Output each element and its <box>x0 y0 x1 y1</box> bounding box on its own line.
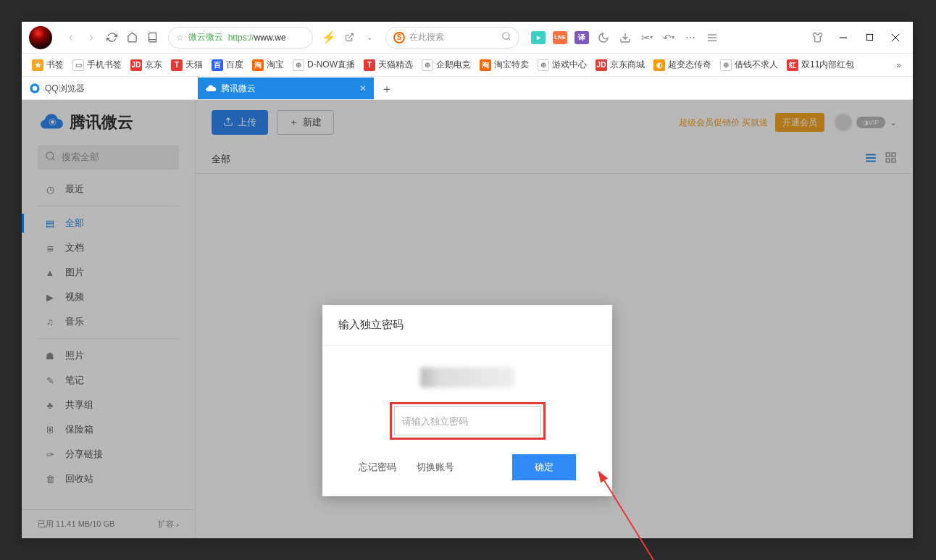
bookmark-label: 游戏中心 <box>552 59 587 71</box>
search-bar[interactable]: S 在此搜索 <box>385 27 519 49</box>
weiyun-icon <box>205 83 217 94</box>
bookmark-item[interactable]: T天猫精选 <box>359 57 417 74</box>
bookmark-icon: 淘 <box>252 59 264 71</box>
dropdown-icon[interactable]: ⌄ <box>359 28 380 48</box>
browser-titlebar: ☆ 微云微云 https:// www.we ⚡ ⌄ S 在此搜索 ▸ LIVE… <box>22 22 913 54</box>
bookmark-item[interactable]: 淘淘宝 <box>248 57 288 74</box>
bookmark-icon: JD <box>596 59 607 71</box>
bookmarks-bar: ★书签▭手机书签JD京东T天猫百百度淘淘宝⊕D-NOW直播T天猫精选⊕企鹅电竞淘… <box>22 54 913 77</box>
modal-title: 输入独立密码 <box>322 305 612 346</box>
flash-icon[interactable]: ⚡ <box>319 28 339 48</box>
search-placeholder: 在此搜索 <box>409 31 444 43</box>
bookmark-item[interactable]: T天猫 <box>167 57 207 74</box>
svg-rect-6 <box>866 34 872 40</box>
sogou-icon: S <box>393 32 405 43</box>
bookmark-item[interactable]: 红双11内部红包 <box>782 57 858 74</box>
bookmark-label: D-NOW直播 <box>307 59 355 71</box>
tab-label: 腾讯微云 <box>221 83 256 95</box>
library-button[interactable] <box>142 28 162 48</box>
bookmark-icon: ⊕ <box>293 59 304 71</box>
bookmark-icon: ◐ <box>653 59 665 71</box>
bookmark-icon: T <box>364 59 375 71</box>
skin-button[interactable] <box>804 28 830 48</box>
modal-user-info <box>420 367 514 388</box>
svg-point-0 <box>503 33 509 39</box>
bookmark-item[interactable]: ◐超变态传奇 <box>649 57 716 74</box>
menu-icon[interactable] <box>702 28 722 48</box>
password-modal: 输入独立密码 忘记密码 切换账号 确定 <box>322 305 612 496</box>
bookmark-icon: ★ <box>32 59 43 71</box>
bookmark-icon: T <box>171 59 183 71</box>
bookmark-label: 手机书签 <box>87 59 122 71</box>
bookmark-label: 天猫 <box>185 59 203 71</box>
input-highlight-annotation <box>390 402 546 440</box>
bookmark-label: 超变态传奇 <box>668 59 711 71</box>
svg-line-1 <box>509 38 511 41</box>
bookmark-item[interactable]: ⊕D-NOW直播 <box>288 57 359 74</box>
bookmark-item[interactable]: ⊕借钱不求人 <box>716 57 782 74</box>
bookmark-item[interactable]: JD京东商城 <box>591 57 649 74</box>
bookmark-label: 借钱不求人 <box>735 59 778 71</box>
new-tab-button[interactable]: ＋ <box>377 79 397 99</box>
tab-strip: QQ浏览器 腾讯微云 ✕ ＋ <box>22 77 913 100</box>
back-button[interactable] <box>61 28 81 48</box>
bookmark-label: 淘宝 <box>267 59 284 71</box>
svg-point-10 <box>33 86 38 91</box>
bookmark-icon: ⊕ <box>538 59 549 71</box>
bookmark-label: 企鹅电竞 <box>436 59 471 71</box>
live-tool-icon[interactable]: LIVE <box>550 28 570 48</box>
home-button[interactable] <box>122 28 142 48</box>
undo-icon[interactable]: ↶▾ <box>659 28 679 48</box>
tab-weiyun[interactable]: 腾讯微云 ✕ <box>198 78 374 99</box>
url-site-name: 微云微云 <box>188 31 223 43</box>
bookmark-label: 淘宝特卖 <box>494 59 529 71</box>
address-bar[interactable]: ☆ 微云微云 https:// www.we <box>168 27 313 49</box>
bookmark-icon: ⊕ <box>720 59 732 71</box>
bookmark-icon: 淘 <box>480 59 491 71</box>
bookmark-icon: ⊕ <box>422 59 433 71</box>
bookmark-label: 书签 <box>46 59 64 71</box>
bookmark-item[interactable]: ⊕游戏中心 <box>533 57 591 74</box>
bookmark-item[interactable]: ★书签 <box>28 57 68 74</box>
confirm-button[interactable]: 确定 <box>512 454 576 480</box>
bookmark-label: 京东 <box>145 59 162 71</box>
tab-qqbrowser[interactable]: QQ浏览器 <box>22 78 198 99</box>
video-tool-icon[interactable]: ▸ <box>528 28 548 48</box>
close-window-button[interactable] <box>882 28 908 48</box>
translate-tool-icon[interactable]: 译 <box>572 28 592 48</box>
bookmark-label: 天猫精选 <box>378 59 413 71</box>
close-tab-icon[interactable]: ✕ <box>359 83 367 93</box>
tab-label: QQ浏览器 <box>45 83 85 95</box>
bookmark-item[interactable]: 百百度 <box>207 57 248 74</box>
bookmark-label: 京东商城 <box>610 59 645 71</box>
bookmark-item[interactable]: 淘淘宝特卖 <box>475 57 533 74</box>
forgot-password-link[interactable]: 忘记密码 <box>359 461 396 474</box>
maximize-button[interactable] <box>856 28 882 48</box>
url-host: www.we <box>254 33 286 43</box>
night-mode-icon[interactable] <box>593 28 614 48</box>
download-icon[interactable] <box>615 28 635 48</box>
share-icon[interactable] <box>339 28 359 48</box>
bookmark-icon: ▭ <box>72 59 84 71</box>
profile-avatar[interactable] <box>29 26 52 49</box>
bookmark-item[interactable]: JD京东 <box>126 57 167 74</box>
bookmark-icon: JD <box>130 59 142 71</box>
url-proto: https:// <box>228 33 254 43</box>
reload-button[interactable] <box>101 28 122 48</box>
bookmark-item[interactable]: ▭手机书签 <box>68 57 126 74</box>
star-icon[interactable]: ☆ <box>176 33 184 43</box>
minimize-button[interactable] <box>830 28 856 48</box>
switch-account-link[interactable]: 切换账号 <box>417 461 454 474</box>
bookmark-label: 双11内部红包 <box>801 59 854 71</box>
more-icon[interactable]: ⋯ <box>680 28 701 48</box>
bookmarks-overflow[interactable]: » <box>890 60 907 70</box>
qq-icon <box>29 83 41 94</box>
bookmark-item[interactable]: ⊕企鹅电竞 <box>417 57 475 74</box>
forward-button[interactable] <box>81 28 101 48</box>
snip-icon[interactable]: ✂▾ <box>637 28 657 48</box>
bookmark-label: 百度 <box>226 59 243 71</box>
bookmark-icon: 红 <box>787 59 798 71</box>
independent-password-input[interactable] <box>394 406 541 435</box>
bookmark-icon: 百 <box>212 59 223 71</box>
search-icon[interactable] <box>501 31 511 43</box>
